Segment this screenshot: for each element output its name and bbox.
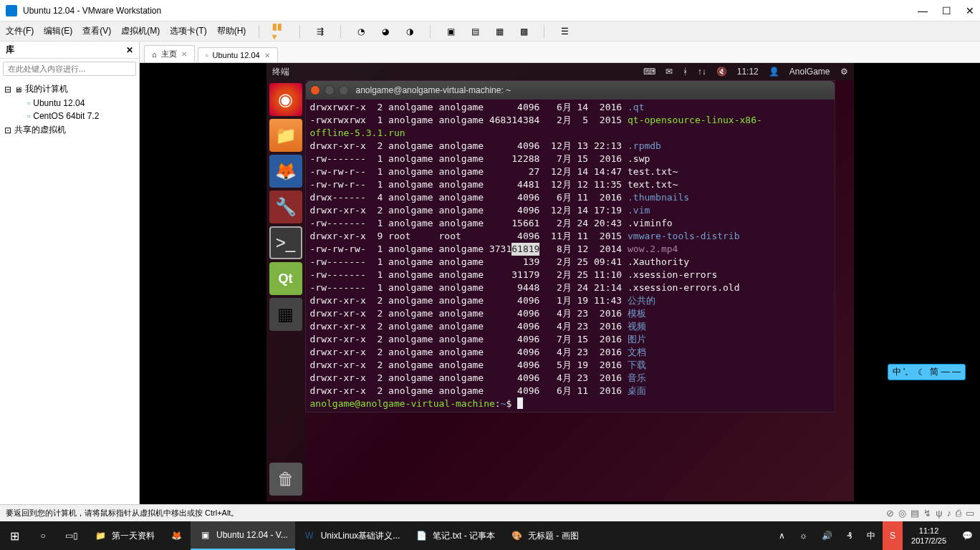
tray-chevron[interactable]: ∧ [772, 521, 792, 550]
tab-home[interactable]: ⌂ 主页 ✕ [144, 45, 195, 62]
cd-icon[interactable]: ◎ [898, 508, 906, 518]
fullscreen-icon[interactable]: ▣ [443, 24, 458, 39]
ubuntu-topbar: 终端 ⌨ ✉ ᚼ ↑↓ 🔇 11:12 👤 AnolGame ⚙ [266, 63, 854, 80]
terminal-titlebar[interactable]: anolgame@anolgame-virtual-machine: ~ [306, 81, 835, 100]
terminal-line: -rwxrwxrwx 1 anolgame anolgame 468314384… [310, 114, 830, 127]
ime-right: 简 — — [930, 366, 961, 378]
moon-icon: ☾ [918, 367, 926, 377]
bluetooth-icon[interactable]: ᚼ [683, 67, 688, 77]
ubuntu-topbar-app[interactable]: 终端 [272, 66, 289, 78]
menu-view[interactable]: 查看(V) [82, 25, 111, 37]
statusbar: 要返回到您的计算机，请将鼠标指针从虚拟机中移出或按 Ctrl+Alt。 ⊘ ◎ … [0, 504, 980, 521]
menu-help[interactable]: 帮助(H) [217, 25, 246, 37]
vm-tabs: ⌂ 主页 ✕ ▫ Ubuntu 12.04 ✕ [140, 42, 980, 63]
taskview-button[interactable]: ▭▯ [57, 521, 86, 550]
cortana-button[interactable]: ○ [29, 521, 57, 550]
library-close-icon[interactable]: ✕ [126, 45, 133, 55]
collapse-icon[interactable] [4, 85, 11, 95]
maximize-button[interactable]: ☐ [942, 5, 951, 16]
vm-viewport[interactable]: 终端 ⌨ ✉ ᚼ ↑↓ 🔇 11:12 👤 AnolGame ⚙ [140, 63, 980, 504]
usb-icon[interactable]: ψ [936, 508, 942, 518]
launcher-dash-icon[interactable]: ◉ [269, 83, 302, 116]
launcher-firefox-icon[interactable]: 🦊 [269, 155, 302, 188]
floppy-icon[interactable]: ▤ [911, 508, 919, 518]
snapshot-revert-icon[interactable]: ◕ [378, 24, 393, 39]
taskbar-firefox[interactable]: 🦊 [162, 521, 191, 550]
terminal-line: -rw------- 1 anolgame anolgame 139 2月 25… [310, 256, 830, 269]
launcher-qt-icon[interactable]: Qt [269, 262, 302, 295]
menu-edit[interactable]: 编辑(E) [44, 25, 72, 37]
terminal-line: -rw-rw-r-- 1 anolgame anolgame 27 12月 14… [310, 165, 830, 178]
tree-shared[interactable]: 共享的虚拟机 [4, 122, 135, 138]
stretch-icon[interactable]: ▩ [517, 24, 531, 39]
keyboard-icon[interactable]: ⌨ [643, 67, 655, 77]
printer-icon[interactable]: ⎙ [956, 508, 961, 518]
ubuntu-clock[interactable]: 11:12 [737, 67, 759, 77]
pause-icon[interactable]: ▮▮ ▾ [272, 24, 287, 39]
terminal-body[interactable]: drwxrwxr-x 2 anolgame anolgame 4096 6月 1… [306, 100, 835, 412]
sound-icon[interactable]: ♪ [947, 508, 952, 518]
launcher-workspace-icon[interactable]: ▦ [269, 298, 302, 331]
tray-volume-icon[interactable]: 🔊 [815, 521, 840, 550]
menu-vm[interactable]: 虚拟机(M) [121, 25, 160, 37]
vm-icon [27, 98, 30, 108]
tray-power-icon[interactable]: ☼ [792, 521, 815, 550]
tab-close-icon[interactable]: ✕ [181, 50, 187, 58]
ime-badge[interactable]: 中 '。 ☾ 简 — — [888, 364, 966, 380]
snapshot-icon[interactable]: ◔ [354, 24, 368, 39]
display-icon[interactable]: ▭ [966, 508, 974, 518]
vm-icon: ▫ [206, 51, 208, 59]
unity-icon[interactable]: ▤ [468, 24, 482, 39]
network-icon[interactable]: ↑↓ [698, 67, 706, 77]
network-adapter-icon[interactable]: ↯ [923, 508, 931, 518]
vm-device-tray: ⊘ ◎ ▤ ↯ ψ ♪ ⎙ ▭ [886, 508, 974, 518]
taskbar-paint[interactable]: 🎨无标题 - 画图 [502, 521, 586, 550]
ime-left: 中 '。 [893, 366, 914, 378]
launcher-trash-icon[interactable]: 🗑 [269, 463, 302, 496]
share-icon [4, 125, 11, 135]
volume-icon[interactable]: 🔇 [716, 67, 727, 77]
library-search-input[interactable] [3, 62, 136, 76]
minimize-button[interactable]: — [918, 5, 928, 16]
start-button[interactable]: ⊞ [0, 521, 29, 550]
tab-close-icon[interactable]: ✕ [264, 52, 270, 59]
ubuntu-user[interactable]: AnolGame [789, 67, 830, 77]
terminal-maximize-icon[interactable] [339, 85, 349, 95]
send-ctrlaltdel-icon[interactable]: ⇶ [313, 24, 327, 39]
tree-vm-centos[interactable]: CentOS 64bit 7.2 [4, 110, 135, 122]
taskbar-clock[interactable]: 11:12 2017/2/25 [903, 526, 955, 546]
terminal-line: drwxr-xr-x 2 anolgame anolgame 4096 5月 1… [310, 359, 830, 372]
disk-icon[interactable]: ⊘ [886, 508, 894, 518]
tray-ime-icon[interactable]: 中 [860, 521, 883, 550]
terminal-close-icon[interactable] [310, 85, 320, 95]
action-center-icon[interactable]: 💬 [955, 521, 980, 550]
tray-sogou-icon[interactable]: S [883, 521, 903, 550]
taskbar-notepad[interactable]: 📄笔记.txt - 记事本 [407, 521, 502, 550]
thumbnail-icon[interactable]: ▦ [492, 24, 506, 39]
close-button[interactable]: ✕ [966, 5, 974, 16]
gear-icon[interactable]: ⚙ [840, 67, 848, 77]
tray-network-icon[interactable]: ₰ [840, 521, 860, 550]
menu-tabs[interactable]: 选项卡(T) [170, 25, 206, 37]
launcher-terminal-icon[interactable]: >_ [269, 226, 302, 259]
terminal-minimize-icon[interactable] [325, 85, 335, 95]
taskbar-word[interactable]: WUnixLinux基础讲义... [295, 521, 408, 550]
tab-ubuntu[interactable]: ▫ Ubuntu 12.04 ✕ [198, 47, 278, 62]
mail-icon[interactable]: ✉ [666, 67, 673, 77]
terminal-line: drwxr-xr-x 2 anolgame anolgame 4096 4月 2… [310, 372, 830, 385]
tree-my-computer[interactable]: 我的计算机 [4, 82, 135, 97]
terminal-line: -rw------- 1 anolgame anolgame 31179 2月 … [310, 269, 830, 281]
terminal-window[interactable]: anolgame@anolgame-virtual-machine: ~ drw… [305, 80, 835, 412]
menu-file[interactable]: 文件(F) [6, 25, 34, 37]
ubuntu-desktop[interactable]: 终端 ⌨ ✉ ᚼ ↑↓ 🔇 11:12 👤 AnolGame ⚙ [266, 63, 854, 501]
library-toggle-icon[interactable]: ☰ [557, 24, 572, 39]
launcher-files-icon[interactable]: 📁 [269, 119, 302, 152]
taskbar-folder[interactable]: 📁第一天资料 [86, 521, 162, 550]
terminal-line: drwxr-xr-x 9 root root 4096 11月 11 2015 … [310, 230, 830, 243]
tree-vm-ubuntu[interactable]: Ubuntu 12.04 [4, 97, 135, 110]
vm-area: ⌂ 主页 ✕ ▫ Ubuntu 12.04 ✕ 终端 ⌨ ✉ ᚼ [140, 42, 980, 504]
taskbar-vmware[interactable]: ▣Ubuntu 12.04 - V... [191, 521, 295, 550]
terminal-prompt[interactable]: anolgame@anolgame-virtual-machine:~$ [310, 397, 830, 410]
snapshot-manager-icon[interactable]: ◑ [403, 24, 417, 39]
launcher-settings-icon[interactable]: 🔧 [269, 190, 302, 223]
